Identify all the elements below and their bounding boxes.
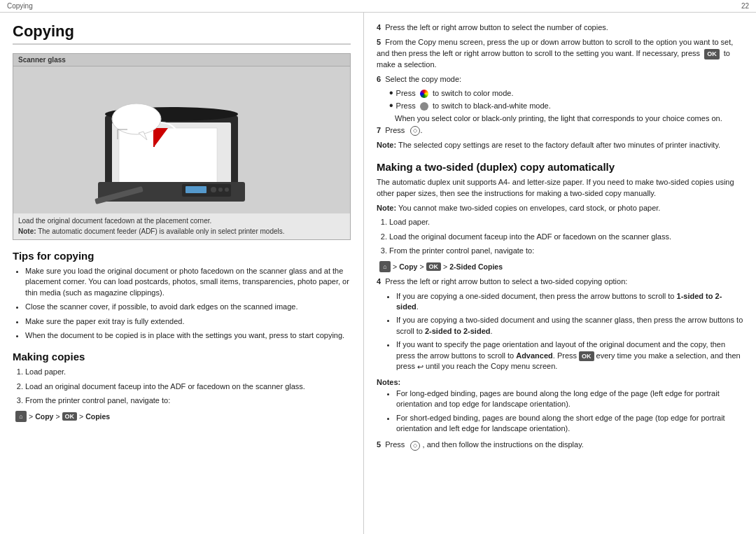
scanner-glass-label: Scanner glass — [13, 54, 350, 66]
scanner-glass-box: Scanner glass — [13, 53, 351, 240]
start-icon-duplex: ◇ — [410, 441, 420, 451]
scanner-image-area — [13, 66, 350, 213]
back-icon: ↩ — [417, 362, 424, 372]
start-icon: ◇ — [410, 126, 420, 136]
list-item: If you are copying a two-sided document … — [396, 315, 743, 337]
home-icon-duplex: ⌂ — [379, 261, 391, 272]
color-note: When you select color or black-only prin… — [395, 114, 743, 122]
factory-note: Note: The selected copy settings are res… — [377, 140, 743, 151]
ok-badge-inline: OK — [579, 351, 594, 362]
list-item: Load paper. — [25, 367, 351, 377]
left-panel: Copying Scanner glass — [0, 13, 364, 534]
list-item: If you are copying a one-sided document,… — [396, 291, 743, 313]
tips-list: Make sure you load the original document… — [25, 266, 351, 341]
ok-badge: OK — [62, 412, 78, 421]
step5: 5 From the Copy menu screen, press the u… — [377, 37, 743, 71]
press-bw-item: • Press to switch to black-and-white mod… — [389, 101, 743, 111]
bw-mode-icon — [420, 102, 428, 111]
step4: 4 Press the left or right arrow button t… — [377, 22, 743, 34]
scanner-caption: Load the original document facedown at t… — [13, 213, 350, 226]
breadcrumb: Copying — [7, 2, 33, 10]
step6-color-options: • Press to switch to color mode. • Press… — [389, 89, 743, 122]
step7: 7 Press ◇. — [377, 125, 743, 136]
svg-point-9 — [218, 188, 223, 192]
list-item: If you want to specify the page orientat… — [396, 339, 743, 372]
page-number: 22 — [741, 2, 749, 10]
duplex-step4: 4 Press the left or right arrow button t… — [377, 276, 743, 288]
page-title: Copying — [13, 22, 351, 45]
list-item: Load the original document faceup into t… — [389, 232, 743, 242]
notes-label: Notes: — [377, 378, 743, 386]
step6: 6 Select the copy mode: — [377, 74, 743, 85]
svg-point-10 — [225, 188, 229, 192]
ok-badge-duplex: OK — [426, 262, 442, 271]
ok-badge-step5: OK — [704, 49, 720, 59]
nav-copy-duplex: Copy — [399, 262, 417, 271]
main-content: Copying Scanner glass — [0, 13, 756, 534]
making-copies-title: Making copies — [13, 351, 351, 363]
right-panel: 4 Press the left or right arrow button t… — [364, 13, 756, 534]
list-item: Load an original document faceup into th… — [25, 381, 351, 392]
color-mode-icon — [420, 90, 428, 98]
duplex-steps: Load paper. Load the original document f… — [389, 217, 743, 256]
list-item: From the printer control panel, navigate… — [389, 246, 743, 256]
svg-rect-7 — [186, 186, 206, 193]
scanner-note: Note: The automatic document feeder (ADF… — [13, 226, 350, 239]
duplex-nav-path: ⌂ > Copy > OK > 2-Sided Copies — [379, 261, 743, 272]
making-copies-steps: Load paper. Load an original document fa… — [25, 367, 351, 406]
list-item: For short-edged binding, pages are bound… — [396, 413, 743, 435]
list-item: Make sure you load the original document… — [25, 266, 351, 298]
list-item: From the printer control panel, navigate… — [25, 395, 351, 406]
list-item: Make sure the paper exit tray is fully e… — [25, 316, 351, 327]
nav-path: ⌂ > Copy > OK > Copies — [15, 411, 351, 422]
duplex-note: Note: You cannot make two-sided copies o… — [377, 203, 743, 214]
top-bar: Copying 22 — [0, 0, 756, 13]
notes-list: For long-edged binding, pages are bound … — [396, 388, 743, 435]
duplex-intro: The automatic duplex unit supports A4- a… — [377, 177, 743, 199]
nav-2sided: 2-Sided Copies — [449, 262, 503, 271]
list-item: When the document to be copied is in pla… — [25, 330, 351, 341]
svg-point-8 — [211, 187, 216, 192]
home-icon: ⌂ — [15, 411, 27, 422]
svg-rect-2 — [119, 128, 217, 188]
press-color-item: • Press to switch to color mode. — [389, 89, 743, 99]
nav-copies: Copies — [85, 412, 110, 421]
duplex-step5: 5 Press ◇ , and then follow the instruct… — [377, 440, 743, 451]
printer-illustration — [84, 73, 280, 206]
duplex-bullets: If you are copying a one-sided document,… — [396, 291, 743, 372]
list-item: Load paper. — [389, 217, 743, 227]
nav-copy: Copy — [35, 412, 53, 421]
list-item: For long-edged binding, pages are bound … — [396, 388, 743, 410]
list-item: Close the scanner cover, if possible, to… — [25, 302, 351, 312]
duplex-title: Making a two-sided (duplex) copy automat… — [377, 161, 743, 173]
tips-title: Tips for copying — [13, 250, 351, 262]
